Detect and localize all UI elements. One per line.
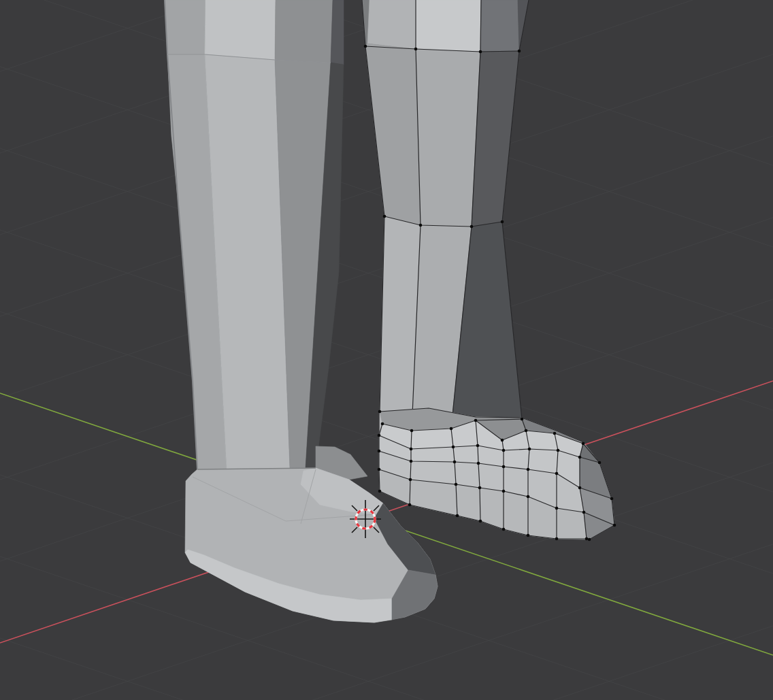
mesh-vertex[interactable] — [555, 537, 559, 541]
mesh-vertex[interactable] — [474, 419, 478, 422]
mesh-vertex[interactable] — [450, 427, 453, 431]
mesh-vertex[interactable] — [501, 220, 504, 224]
mesh-face[interactable] — [367, 0, 416, 49]
mesh-vertex[interactable] — [613, 524, 616, 527]
mesh-vertex[interactable] — [478, 486, 482, 490]
mesh-vertex[interactable] — [476, 444, 480, 448]
mesh-vertex[interactable] — [582, 442, 585, 446]
mesh-vertex[interactable] — [502, 528, 506, 531]
mesh-vertex[interactable] — [410, 460, 413, 463]
mesh-vertex[interactable] — [588, 538, 591, 541]
mesh-vertex[interactable] — [381, 422, 384, 426]
mesh-vertex[interactable] — [409, 478, 412, 482]
mesh-vertex[interactable] — [585, 537, 589, 541]
mesh-vertex[interactable] — [378, 450, 381, 453]
mesh-vertex[interactable] — [555, 507, 559, 510]
mesh-vertex[interactable] — [525, 429, 528, 433]
mesh-vertex[interactable] — [479, 50, 482, 54]
mesh-vertex[interactable] — [501, 439, 504, 442]
mesh-vertex[interactable] — [453, 461, 457, 464]
mesh-vertex[interactable] — [408, 503, 412, 507]
mesh-face[interactable] — [416, 49, 480, 227]
mesh-vertex[interactable] — [479, 520, 482, 523]
mesh-vertex[interactable] — [598, 461, 602, 465]
mesh-face[interactable] — [205, 0, 276, 60]
mesh-vertex[interactable] — [470, 225, 474, 229]
mesh-vertex[interactable] — [527, 534, 530, 537]
mesh-vertex[interactable] — [410, 448, 413, 451]
mesh-vertex[interactable] — [455, 483, 458, 486]
mesh-face[interactable] — [416, 0, 481, 52]
mesh-face[interactable] — [275, 0, 333, 63]
mesh-vertex[interactable] — [410, 429, 414, 433]
mesh-vertex[interactable] — [553, 432, 557, 435]
mesh-face[interactable] — [331, 0, 344, 65]
blender-3d-viewport[interactable] — [0, 0, 773, 700]
mesh-vertex[interactable] — [521, 418, 524, 421]
mesh-vertex[interactable] — [477, 462, 480, 465]
mesh-vertex[interactable] — [378, 410, 382, 414]
mesh-vertex[interactable] — [578, 456, 582, 459]
mesh-vertex[interactable] — [456, 514, 459, 518]
mesh-vertex[interactable] — [378, 434, 381, 437]
mesh-vertex[interactable] — [610, 497, 614, 501]
mesh-vertex[interactable] — [414, 48, 418, 51]
mesh-vertex[interactable] — [419, 224, 423, 227]
mesh-vertex[interactable] — [502, 465, 506, 469]
mesh-vertex[interactable] — [502, 490, 506, 493]
mesh-vertex[interactable] — [527, 468, 530, 471]
viewport-canvas[interactable] — [0, 0, 773, 700]
mesh-face[interactable] — [480, 0, 519, 52]
mesh-vertex[interactable] — [527, 495, 530, 499]
mesh-vertex[interactable] — [582, 511, 586, 514]
mesh-vertex[interactable] — [378, 490, 382, 493]
mesh-vertex[interactable] — [528, 448, 531, 451]
mesh-vertex[interactable] — [502, 449, 506, 452]
mesh-vertex[interactable] — [452, 446, 455, 449]
mesh-vertex[interactable] — [555, 472, 559, 476]
mesh-vertex[interactable] — [518, 50, 521, 53]
mesh-vertex[interactable] — [383, 215, 386, 218]
mesh-vertex[interactable] — [578, 486, 582, 490]
mesh-vertex[interactable] — [364, 45, 367, 48]
mesh-vertex[interactable] — [557, 449, 560, 452]
mesh-face[interactable] — [165, 0, 205, 54]
mesh-vertex[interactable] — [378, 468, 381, 471]
